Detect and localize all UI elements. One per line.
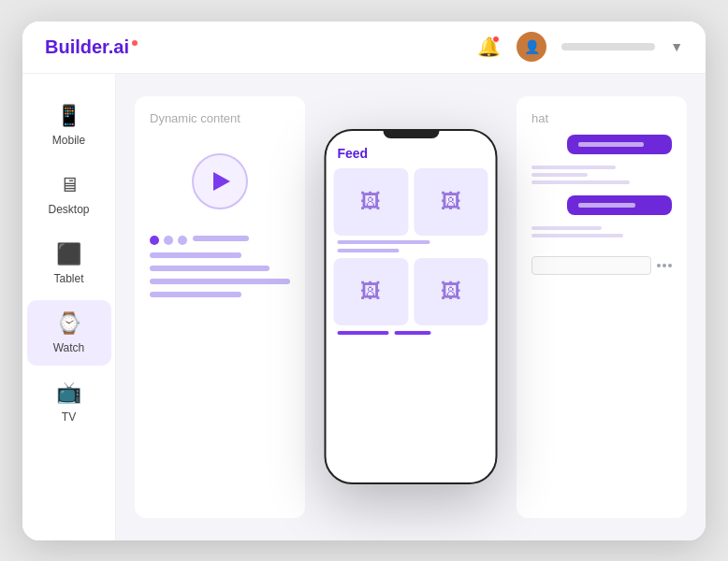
feed-bottom-line-a bbox=[338, 331, 389, 335]
sidebar-label-watch: Watch bbox=[53, 341, 85, 354]
watch-icon: ⌚ bbox=[56, 311, 81, 336]
image-icon-4: 🖼 bbox=[441, 280, 461, 304]
dropdown-arrow-icon[interactable]: ▼ bbox=[670, 39, 683, 54]
sidebar: 📱 Mobile 🖥 Desktop ⬛ Tablet ⌚ Watch 📺 TV bbox=[22, 74, 116, 540]
logo-registered-dot bbox=[132, 40, 138, 46]
main-layout: 📱 Mobile 🖥 Desktop ⬛ Tablet ⌚ Watch 📺 TV bbox=[22, 74, 706, 540]
left-card-title: Dynamic content bbox=[150, 111, 290, 125]
sidebar-item-tv[interactable]: 📺 TV bbox=[27, 369, 111, 435]
avatar-initial: 👤 bbox=[524, 39, 540, 54]
phone-mockup: Feed 🖼 🖼 🖼 bbox=[325, 129, 498, 484]
content-line-long bbox=[150, 266, 269, 271]
play-button-circle[interactable] bbox=[192, 153, 248, 209]
logo: Builder.ai bbox=[45, 36, 138, 58]
chat-bubble-sent-2 bbox=[567, 195, 673, 215]
feed-title: Feed bbox=[334, 146, 488, 161]
content-line-medium bbox=[150, 252, 241, 258]
header: Builder.ai 🔔 👤 ▼ bbox=[22, 22, 706, 74]
mobile-icon: 📱 bbox=[56, 104, 81, 128]
right-card-title: hat bbox=[531, 111, 672, 125]
tablet-icon: ⬛ bbox=[56, 242, 81, 266]
chat-input-field[interactable] bbox=[531, 256, 651, 275]
notification-bell-button[interactable]: 🔔 bbox=[475, 34, 502, 60]
user-avatar[interactable]: 👤 bbox=[517, 32, 546, 62]
image-icon-2: 🖼 bbox=[441, 190, 461, 214]
desktop-icon: 🖥 bbox=[59, 173, 80, 197]
dot-1 bbox=[164, 236, 173, 245]
dot-active bbox=[150, 236, 159, 245]
chat-area bbox=[531, 135, 672, 275]
logo-text: Builder.ai bbox=[45, 36, 129, 58]
sidebar-label-mobile: Mobile bbox=[52, 134, 85, 147]
sidebar-item-desktop[interactable]: 🖥 Desktop bbox=[27, 162, 111, 227]
feed-cell-4: 🖼 bbox=[414, 258, 488, 325]
feed-grid-2: 🖼 🖼 bbox=[334, 258, 488, 325]
feed-line-1 bbox=[338, 240, 430, 244]
send-dot-3 bbox=[668, 264, 672, 267]
chat-bubble-sent-1 bbox=[567, 135, 673, 154]
feed-cell-3: 🖼 bbox=[334, 258, 409, 325]
chat-input-row bbox=[531, 256, 672, 275]
sidebar-item-watch[interactable]: ⌚ Watch bbox=[27, 300, 111, 366]
phone-inner: Feed 🖼 🖼 🖼 bbox=[327, 138, 496, 482]
dots-row bbox=[150, 236, 187, 245]
chat-recv-line-3 bbox=[531, 180, 630, 184]
app-window: Builder.ai 🔔 👤 ▼ 📱 Mobile 🖥 Desktop bbox=[22, 22, 706, 540]
sidebar-item-mobile[interactable]: 📱 Mobile bbox=[27, 93, 111, 158]
content-line-medium-2 bbox=[150, 292, 241, 297]
send-dot-2 bbox=[662, 264, 666, 267]
left-card-content bbox=[150, 135, 290, 297]
sidebar-label-tv: TV bbox=[62, 410, 76, 424]
send-button[interactable] bbox=[657, 264, 672, 267]
dot-2 bbox=[178, 236, 187, 245]
image-icon-3: 🖼 bbox=[360, 280, 381, 304]
chat-recv-line-2 bbox=[531, 173, 588, 177]
sidebar-label-desktop: Desktop bbox=[48, 203, 89, 216]
right-card: hat bbox=[517, 96, 687, 518]
play-triangle-icon bbox=[213, 172, 230, 191]
chat-recv-line-5 bbox=[531, 234, 623, 237]
user-name-bar bbox=[561, 43, 655, 50]
feed-bottom-bar bbox=[334, 331, 488, 335]
tv-icon: 📺 bbox=[56, 381, 81, 405]
content-line-short bbox=[193, 236, 249, 241]
phone-notch bbox=[383, 131, 439, 138]
header-right: 🔔 👤 ▼ bbox=[475, 32, 683, 62]
image-icon-1: 🖼 bbox=[360, 190, 381, 214]
content-area: Dynamic content bbox=[116, 74, 706, 540]
feed-line-2 bbox=[338, 249, 400, 252]
chat-recv-line-4 bbox=[531, 226, 602, 230]
feed-bottom-line-b bbox=[394, 331, 430, 335]
sidebar-label-tablet: Tablet bbox=[53, 272, 83, 285]
content-line-full bbox=[150, 279, 290, 284]
send-dot-1 bbox=[657, 264, 661, 267]
chat-recv-line-1 bbox=[531, 165, 616, 169]
feed-cell-2: 🖼 bbox=[414, 168, 488, 236]
feed-cell-1: 🖼 bbox=[334, 168, 409, 236]
feed-grid: 🖼 🖼 bbox=[334, 168, 488, 236]
sidebar-item-tablet[interactable]: ⬛ Tablet bbox=[27, 231, 111, 296]
left-card: Dynamic content bbox=[135, 96, 305, 518]
